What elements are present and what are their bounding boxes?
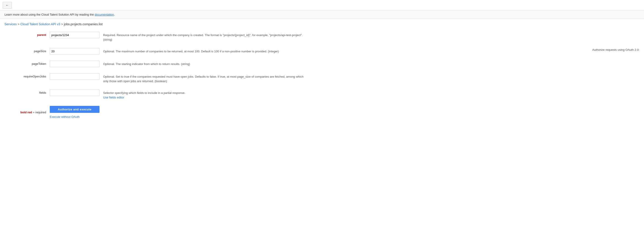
field-row-requireopenjobs: requireOpenJobs Optional. Set to true if… (4, 73, 640, 83)
info-text-after: . (114, 13, 115, 16)
field-desc-parent: Required. Resource name of the project u… (103, 32, 306, 42)
field-row-pagesize: pageSize Optional. The maximum number of… (4, 48, 640, 54)
field-desc-requireopenjobs: Optional. Set to true if the companies r… (103, 73, 306, 83)
field-input-fields[interactable] (50, 90, 100, 96)
actions-column: Authorize and execute Execute without OA… (50, 106, 100, 119)
execute-link-container: Execute without OAuth (50, 115, 80, 119)
breadcrumb-api-link[interactable]: Cloud Talent Solution API v3 (20, 22, 60, 26)
top-bar: ← (0, 0, 644, 11)
back-button[interactable]: ← (3, 2, 12, 8)
breadcrumb-sep-2: > (61, 22, 63, 26)
header-area: Services > Cloud Talent Solution API v3 … (0, 19, 644, 30)
field-input-requireopenjobs[interactable] (50, 73, 100, 80)
form-container: parent Required. Resource name of the pr… (0, 30, 644, 132)
field-desc-fields-text: Selector specifying which fields to incl… (103, 91, 185, 95)
breadcrumb-sep-1: > (18, 22, 20, 26)
field-row-parent: parent Required. Resource name of the pr… (4, 32, 640, 42)
field-label-parent: parent (4, 32, 50, 37)
field-label-fields: fields (4, 90, 50, 94)
field-row-pagetoken: pageToken Optional. The starting indicat… (4, 61, 640, 67)
legend-required: required (35, 111, 46, 114)
field-row-fields: fields Selector specifying which fields … (4, 90, 640, 100)
field-label-pagesize: pageSize (4, 48, 50, 53)
breadcrumb: Services > Cloud Talent Solution API v3 … (0, 19, 644, 30)
field-input-parent[interactable] (50, 32, 100, 38)
field-desc-pagesize: Optional. The maximum number of companie… (103, 48, 279, 54)
field-label-pagetoken: pageToken (4, 61, 50, 65)
field-input-pagesize[interactable] (50, 48, 100, 54)
legend-text: bold red = required (4, 111, 50, 114)
info-banner: Learn more about using the Cloud Talent … (0, 11, 644, 19)
legend-bold-red: bold red (20, 111, 32, 114)
legend-row: bold red = required Authorize and execut… (4, 106, 640, 119)
field-input-pagetoken[interactable] (50, 61, 100, 67)
field-desc-fields: Selector specifying which fields to incl… (103, 90, 185, 100)
breadcrumb-current: jobs.projects.companies.list (64, 22, 102, 26)
documentation-link[interactable]: documentation (95, 13, 114, 16)
authorize-execute-button[interactable]: Authorize and execute (50, 106, 100, 113)
breadcrumb-services-link[interactable]: Services (4, 22, 17, 26)
info-text-before: Learn more about using the Cloud Talent … (4, 13, 95, 16)
execute-without-oauth-link[interactable]: Execute without OAuth (50, 115, 80, 119)
legend-equals: = (33, 111, 35, 114)
field-desc-pagetoken: Optional. The starting indicator from wh… (103, 61, 190, 66)
field-label-requireopenjobs: requireOpenJobs (4, 73, 50, 78)
use-fields-editor-link[interactable]: Use fields editor (103, 96, 124, 99)
